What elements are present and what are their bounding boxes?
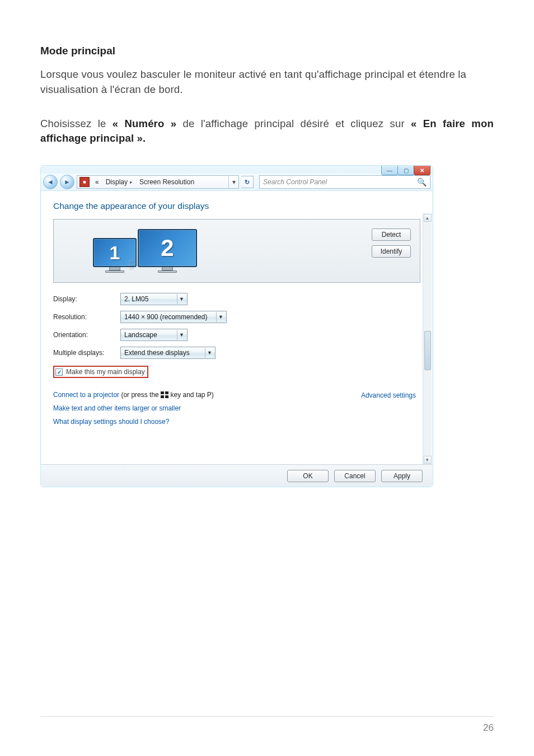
page-number: 26 [483, 722, 494, 734]
wallpaper-icon: :::::::::::: [129, 259, 133, 269]
window-close-button[interactable]: ✕ [414, 165, 430, 175]
display-dropdown[interactable]: 2. LM05 ▼ [120, 293, 188, 305]
window-maximize-button[interactable]: ▢ [397, 165, 414, 175]
refresh-icon: ↻ [245, 179, 250, 186]
vertical-scrollbar[interactable]: ▴ ▾ [423, 213, 432, 464]
breadcrumb-display[interactable]: Display ▸ [102, 178, 136, 186]
cancel-button[interactable]: Cancel [334, 470, 376, 482]
window-titlebar[interactable]: — ▢ ✕ [41, 166, 433, 174]
identify-button[interactable]: Identify [372, 245, 411, 258]
orientation-label: Orientation: [53, 331, 120, 339]
paragraph-1: Lorsque vous voulez basculer le moniteur… [40, 67, 494, 97]
connect-projector-link[interactable]: Connect to a projector [53, 391, 119, 399]
breadcrumb-screen-resolution[interactable]: Screen Resolution [136, 178, 198, 186]
window-minimize-button[interactable]: — [381, 165, 398, 175]
display-label: Display: [53, 295, 120, 303]
explorer-navbar: ◄ ► ■ « Display ▸ Screen Resolution ▾ ↻ … [41, 174, 433, 191]
resolution-value: 1440 × 900 (recommended) [124, 313, 207, 321]
multiple-displays-dropdown[interactable]: Extend these displays ▼ [120, 347, 216, 359]
paragraph-2: Choisissez le « Numéro » de l'affichage … [40, 116, 494, 147]
orientation-dropdown[interactable]: Landscape ▼ [120, 329, 188, 341]
advanced-settings-link[interactable]: Advanced settings [361, 391, 416, 399]
arrow-right-icon: ► [64, 178, 71, 186]
svg-rect-3 [165, 395, 168, 398]
breadcrumb-display-label: Display [106, 178, 128, 186]
chevron-down-icon: ▼ [177, 330, 186, 340]
make-main-display-label: Make this my main display [66, 368, 145, 376]
search-input[interactable]: Search Control Panel 🔍 [259, 175, 430, 189]
nav-forward-button[interactable]: ► [60, 175, 74, 189]
scroll-up-button[interactable]: ▴ [424, 214, 432, 222]
section-heading: Mode principal [40, 45, 494, 57]
para2-bold-numero: « Numéro » [113, 118, 177, 129]
chevron-down-icon: ▼ [205, 348, 214, 358]
monitor-1[interactable]: 1 :::::::::::: [93, 238, 137, 273]
multiple-displays-label: Multiple displays: [53, 349, 120, 357]
monitor-1-number: 1 [110, 242, 120, 264]
window-content: ▴ ▾ Change the appearance of your displa… [41, 191, 433, 487]
multiple-displays-value: Extend these displays [124, 349, 190, 357]
search-placeholder: Search Control Panel [263, 178, 327, 186]
display-value: 2. LM05 [124, 295, 148, 303]
breadcrumb-path[interactable]: ■ « Display ▸ Screen Resolution ▾ [77, 175, 239, 189]
projector-text-c: key and tap P) [170, 391, 213, 399]
orientation-value: Landscape [124, 331, 157, 339]
scroll-thumb[interactable] [424, 331, 431, 370]
svg-rect-1 [165, 391, 168, 394]
monitor-2-number: 2 [161, 235, 174, 262]
para2-text-a: Choisissez le [40, 118, 113, 129]
windows-key-icon [161, 391, 168, 398]
page-footer-divider [40, 716, 494, 717]
scroll-down-button[interactable]: ▾ [424, 456, 432, 464]
chevron-right-icon: ▸ [130, 179, 133, 185]
para2-text-b: de l'affichage principal désiré et cliqu… [182, 118, 411, 129]
nav-back-button[interactable]: ◄ [43, 175, 58, 189]
display-arrangement-area[interactable]: 1 :::::::::::: 2 Detect Identify [53, 219, 420, 283]
chevron-down-icon: ▼ [216, 312, 225, 322]
projector-text-b: (or press the [121, 391, 161, 399]
control-panel-icon: ■ [79, 177, 90, 187]
breadcrumb-chevrons[interactable]: « [92, 178, 102, 186]
arrow-left-icon: ◄ [47, 178, 54, 186]
breadcrumb-dropdown[interactable]: ▾ [228, 176, 238, 188]
resolution-label: Resolution: [53, 313, 120, 321]
chevron-down-icon: ▼ [177, 294, 186, 304]
svg-rect-0 [161, 391, 164, 394]
monitor-2[interactable]: 2 [138, 229, 197, 273]
resolution-dropdown[interactable]: 1440 × 900 (recommended) ▼ [120, 311, 227, 323]
text-size-link[interactable]: Make text and other items larger or smal… [53, 404, 181, 412]
svg-rect-2 [161, 395, 164, 398]
dialog-footer: OK Cancel Apply [41, 464, 433, 487]
apply-button[interactable]: Apply [381, 470, 423, 482]
refresh-button[interactable]: ↻ [241, 176, 254, 188]
content-title: Change the appearance of your displays [53, 201, 420, 211]
checkbox-checked-icon: ✓ [55, 368, 63, 376]
search-icon: 🔍 [417, 178, 427, 186]
ok-button[interactable]: OK [287, 470, 329, 482]
make-main-display-checkbox[interactable]: ✓ Make this my main display [53, 366, 148, 378]
screen-resolution-window: — ▢ ✕ ◄ ► ■ « Display ▸ Screen Resolutio… [40, 165, 433, 487]
which-settings-link[interactable]: What display settings should I choose? [53, 418, 169, 426]
detect-button[interactable]: Detect [372, 228, 411, 241]
